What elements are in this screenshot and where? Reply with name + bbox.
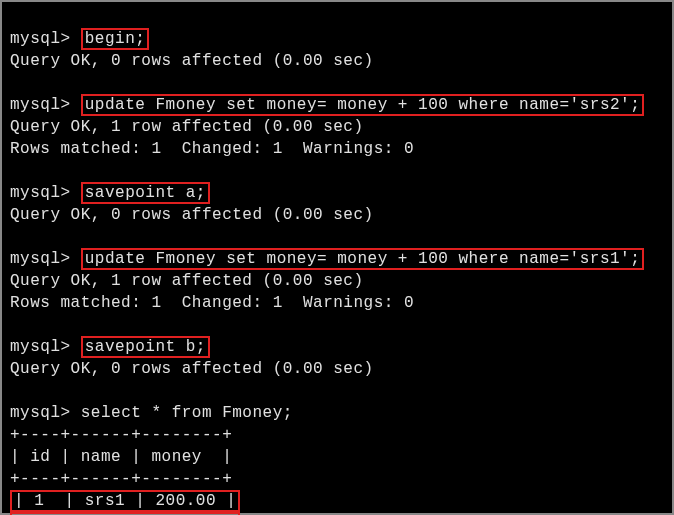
prompt: mysql>	[10, 338, 71, 356]
table-border: +----+------+--------+	[10, 470, 232, 488]
prompt: mysql>	[10, 404, 71, 422]
prompt: mysql>	[10, 30, 71, 48]
cmd-begin: begin;	[81, 28, 150, 50]
mysql-terminal[interactable]: mysql> begin; Query OK, 0 rows affected …	[0, 0, 674, 515]
cmd-savepoint-b: savepoint b;	[81, 336, 210, 358]
cmd-update-srs1: update Fmoney set money= money + 100 whe…	[81, 248, 645, 270]
resp-begin: Query OK, 0 rows affected (0.00 sec)	[10, 52, 374, 70]
prompt: mysql>	[10, 96, 71, 114]
resp-update1-l1: Query OK, 1 row affected (0.00 sec)	[10, 118, 364, 136]
table-row: | 1 | srs1 | 200.00 |	[10, 490, 240, 512]
cmd-savepoint-a: savepoint a;	[81, 182, 210, 204]
resp-update2-l1: Query OK, 1 row affected (0.00 sec)	[10, 272, 364, 290]
prompt: mysql>	[10, 250, 71, 268]
resp-update1-l2: Rows matched: 1 Changed: 1 Warnings: 0	[10, 140, 414, 158]
resp-saveb: Query OK, 0 rows affected (0.00 sec)	[10, 360, 374, 378]
table-border: +----+------+--------+	[10, 426, 232, 444]
resp-update2-l2: Rows matched: 1 Changed: 1 Warnings: 0	[10, 294, 414, 312]
prompt: mysql>	[10, 184, 71, 202]
table-header: | id | name | money |	[10, 448, 232, 466]
cmd-update-srs2: update Fmoney set money= money + 100 whe…	[81, 94, 645, 116]
resp-savea: Query OK, 0 rows affected (0.00 sec)	[10, 206, 374, 224]
cmd-select: select * from Fmoney;	[81, 404, 293, 422]
